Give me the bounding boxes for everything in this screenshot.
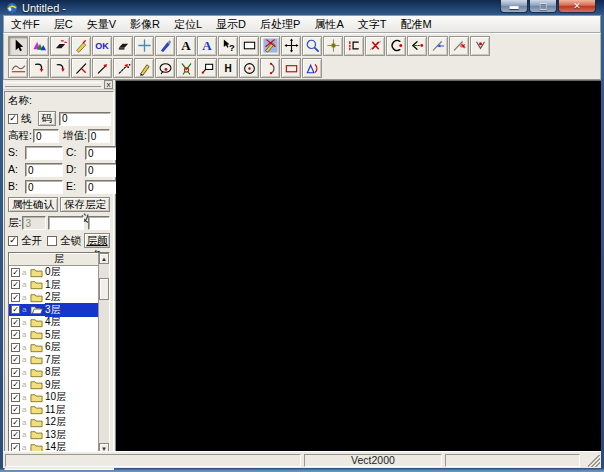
line-arrow-up-button[interactable] [92, 58, 112, 78]
circle-center-button[interactable] [239, 58, 259, 78]
menu-item-7[interactable]: 属性A [307, 16, 350, 33]
layer-visible-checkbox[interactable]: ✓ [11, 380, 20, 389]
minimize-button[interactable]: ▬ [500, 0, 528, 13]
line-arrow-button[interactable] [428, 36, 448, 56]
delta-arc-button[interactable] [302, 58, 322, 78]
layer-visible-checkbox[interactable]: ✓ [11, 355, 20, 364]
layer-row-0[interactable]: ✓a0层 [9, 266, 109, 279]
line-slash-button[interactable] [71, 58, 91, 78]
edit-blue-button[interactable] [260, 36, 280, 56]
point-arrow-left-button[interactable] [407, 36, 427, 56]
highlight-pen-button[interactable] [71, 36, 91, 56]
layer-list-scrollbar[interactable]: ▲ ▼ [98, 253, 109, 454]
layer-visible-checkbox[interactable]: ✓ [11, 393, 20, 402]
layer-row-8[interactable]: ✓a8层 [9, 366, 109, 379]
eraser-button[interactable] [113, 36, 133, 56]
layer-visible-checkbox[interactable]: ✓ [11, 418, 20, 427]
layer-extra-input[interactable] [88, 216, 110, 230]
lasso-button[interactable] [155, 58, 175, 78]
layer-row-4[interactable]: ✓a4层 [9, 316, 109, 329]
zoom-magnifier-button[interactable] [302, 36, 322, 56]
layer-visible-checkbox[interactable]: ✓ [11, 430, 20, 439]
line-delete-button[interactable] [449, 36, 469, 56]
layer-row-12[interactable]: ✓a12层 [9, 416, 109, 429]
rectangle-button[interactable] [239, 36, 259, 56]
panel-grip[interactable]: x [3, 80, 115, 90]
menu-item-8[interactable]: 文字T [351, 16, 394, 33]
elevation-input[interactable] [33, 129, 59, 143]
all-open-checkbox[interactable]: ✓ [8, 236, 18, 246]
increment-input[interactable] [88, 129, 110, 143]
menu-item-6[interactable]: 后处理P [253, 16, 307, 33]
label-h-button[interactable]: H [218, 58, 238, 78]
break-arc-button[interactable] [386, 36, 406, 56]
line-checkbox[interactable]: ✓ [8, 114, 18, 124]
code-button[interactable]: 码 [38, 111, 57, 126]
field-input-a[interactable] [25, 163, 63, 177]
pencil-button[interactable] [134, 58, 154, 78]
curve-arrow-2-button[interactable] [50, 58, 70, 78]
layer-row-13[interactable]: ✓a13层 [9, 429, 109, 442]
menu-item-2[interactable]: 矢量V [80, 16, 123, 33]
menu-item-5[interactable]: 显示D [209, 16, 253, 33]
layer-row-7[interactable]: ✓a7层 [9, 354, 109, 367]
titlebar[interactable]: Untitled - ▬ ▢ ✕ [0, 0, 604, 15]
node-snip-button[interactable] [176, 58, 196, 78]
select-arrow-button[interactable] [8, 36, 28, 56]
crosshair-button[interactable] [134, 36, 154, 56]
field-input-b[interactable] [25, 180, 63, 194]
layer-visible-checkbox[interactable]: ✓ [11, 293, 20, 302]
layer-visible-checkbox[interactable]: ✓ [11, 330, 20, 339]
attribute-confirm-button[interactable]: 属性确认 [8, 197, 58, 212]
save-layer-def-button[interactable]: 保存层定义 [60, 197, 110, 212]
vertex-check-button[interactable] [470, 36, 490, 56]
menu-item-1[interactable]: 层C [47, 16, 80, 33]
layer-row-10[interactable]: ✓a10层 [9, 391, 109, 404]
layer-visible-checkbox[interactable]: ✓ [11, 343, 20, 352]
erase-dashed-button[interactable] [50, 36, 70, 56]
layer-row-9[interactable]: ✓a9层 [9, 379, 109, 392]
scroll-up-icon[interactable]: ▲ [99, 253, 109, 264]
layer-row-6[interactable]: ✓a6层 [9, 341, 109, 354]
layer-color-button[interactable]: 层颜色 [84, 233, 110, 248]
scroll-thumb[interactable] [99, 278, 109, 300]
layer-visible-checkbox[interactable]: ✓ [11, 280, 20, 289]
delete-x-button[interactable] [365, 36, 385, 56]
code-input[interactable] [59, 112, 111, 126]
layer-row-2[interactable]: ✓a2层 [9, 291, 109, 304]
layer-visible-checkbox[interactable]: ✓ [11, 268, 20, 277]
menu-item-4[interactable]: 定位L [167, 16, 209, 33]
snap-point-button[interactable] [323, 36, 343, 56]
arc-button[interactable] [260, 58, 280, 78]
layer-name-input[interactable] [48, 216, 84, 230]
curve-arrow-1-button[interactable] [29, 58, 49, 78]
drawing-canvas[interactable] [116, 80, 601, 451]
field-input-s[interactable] [25, 146, 63, 160]
flag-rect-button[interactable] [197, 58, 217, 78]
layer-visible-checkbox[interactable]: ✓ [11, 318, 20, 327]
layer-visible-checkbox[interactable]: ✓ [11, 368, 20, 377]
ink-pen-button[interactable] [155, 36, 175, 56]
menu-item-0[interactable]: 文件F [4, 16, 47, 33]
layer-row-3[interactable]: ✓a3层 [9, 304, 109, 317]
help-arrow-button[interactable]: ? [218, 36, 238, 56]
raster-vector-button[interactable] [29, 36, 49, 56]
resize-grip[interactable] [588, 455, 600, 467]
line-dotted-arrow-button[interactable] [113, 58, 133, 78]
maximize-button[interactable]: ▢ [529, 0, 557, 13]
trim-left-button[interactable] [344, 36, 364, 56]
rect-red-button[interactable] [281, 58, 301, 78]
menu-item-3[interactable]: 影像R [123, 16, 167, 33]
layer-row-1[interactable]: ✓a1层 [9, 279, 109, 292]
text-blue-button[interactable]: A [197, 36, 217, 56]
layer-row-5[interactable]: ✓a5层 [9, 329, 109, 342]
curve-smooth-button[interactable] [8, 58, 28, 78]
ok-button[interactable]: OK [92, 36, 112, 56]
menu-item-9[interactable]: 配准M [393, 16, 438, 33]
close-button[interactable]: ✕ [558, 0, 596, 13]
all-lock-checkbox[interactable] [47, 236, 57, 246]
layer-visible-checkbox[interactable]: ✓ [11, 305, 20, 314]
panel-close-icon[interactable]: x [104, 80, 113, 89]
text-black-button[interactable]: A [176, 36, 196, 56]
layer-visible-checkbox[interactable]: ✓ [11, 405, 20, 414]
